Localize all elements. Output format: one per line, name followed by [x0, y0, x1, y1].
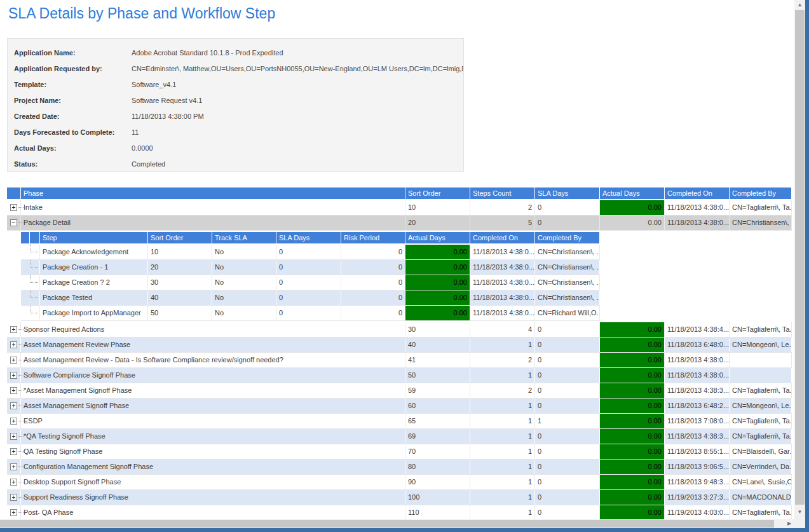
- sort-order-cell: 60: [405, 399, 470, 413]
- tree-expand-cell: +: [7, 383, 21, 398]
- completed-on-cell: 11/18/2013 4:38:4...: [665, 322, 730, 337]
- actual-days-cell: 0.00: [600, 429, 665, 444]
- expand-icon[interactable]: +: [10, 341, 17, 348]
- header-cell-completed-by: Completed By: [535, 232, 600, 243]
- step-cell: Package Creation ? 2: [40, 275, 148, 290]
- step-cell: Package Creation - 1: [40, 260, 148, 275]
- sla-days-cell: 0: [535, 215, 600, 230]
- steps-count-cell: 5: [470, 215, 535, 230]
- step-row: Package Import to AppManager50No000.0011…: [21, 306, 600, 321]
- info-value: CN=Edminster\, Matthew,OU=Users,OU=Ports…: [132, 61, 464, 77]
- actual-days-cell: 0.00: [600, 414, 665, 428]
- sort-order-cell: 10: [148, 245, 212, 259]
- step-grid-header: StepSort OrderTrack SLASLA DaysRisk Peri…: [21, 232, 600, 243]
- phase-cell: Package Detail: [21, 215, 405, 230]
- scroll-up-icon[interactable]: ▲: [794, 0, 805, 10]
- steps-count-cell: 2: [470, 383, 535, 398]
- sla-days-cell: 0: [535, 399, 600, 413]
- sla-days-cell: 0: [276, 260, 341, 275]
- completed-by-cell: [730, 368, 792, 383]
- expand-icon[interactable]: +: [10, 372, 17, 379]
- header-cell-completed-on: Completed On: [470, 232, 535, 243]
- scroll-down-icon[interactable]: ▼: [794, 507, 805, 517]
- scroll-right-icon[interactable]: ▶: [785, 519, 794, 528]
- expand-icon[interactable]: +: [10, 494, 17, 501]
- phase-cell: Sponsor Required Actions: [21, 322, 405, 337]
- risk-period-cell: 0: [341, 245, 405, 259]
- phase-row: +*QA Testing Signoff Phase69100.0011/18/…: [7, 429, 792, 444]
- horizontal-scroll-thumb[interactable]: [0, 520, 774, 528]
- actual-days-cell: 0.00: [405, 260, 470, 275]
- completed-on-cell: 11/18/2013 4:38:3...: [665, 429, 730, 444]
- phase-row: +Sponsor Required Actions30400.0011/18/2…: [7, 322, 792, 338]
- sla-days-cell: 0: [535, 200, 600, 215]
- expand-icon[interactable]: +: [10, 463, 17, 470]
- tree-expand-cell: +: [7, 444, 21, 459]
- completed-by-cell: CN=Tagliaferri\, Ta...: [730, 414, 792, 428]
- completed-on-cell: 11/18/2013 4:38:0...: [470, 306, 535, 320]
- tree-expand-cell: +: [7, 429, 21, 444]
- expand-icon[interactable]: +: [10, 204, 17, 211]
- steps-count-cell: 1: [470, 429, 535, 444]
- tree-connector-icon: [31, 245, 38, 252]
- tree-expand-cell: +: [7, 490, 21, 505]
- header-cell-sla-days: SLA Days: [276, 232, 341, 243]
- actual-days-cell: 0.00: [600, 200, 665, 215]
- completed-on-cell: 11/18/2013 9:48:3...: [665, 475, 730, 489]
- actual-days-cell: 0.00: [600, 215, 665, 230]
- steps-count-cell: 2: [470, 353, 535, 367]
- completed-by-cell: CN=Tagliaferri\, Ta...: [730, 505, 792, 520]
- header-cell-steps-count: Steps Count: [470, 188, 535, 199]
- scrollbar-corner: [794, 519, 805, 528]
- actual-days-cell: 0.00: [405, 290, 470, 305]
- sort-order-cell: 10: [405, 200, 470, 215]
- header-cell-track-sla: Track SLA: [212, 232, 276, 243]
- expand-icon[interactable]: +: [10, 418, 17, 425]
- vertical-scroll-thumb[interactable]: [795, 10, 805, 505]
- info-value: 11: [132, 125, 139, 140]
- info-row: Project Name:Software Request v4.1: [8, 93, 463, 109]
- completed-on-cell: 11/18/2013 7:08:0...: [665, 414, 730, 428]
- info-row: Actual Days:0.0000: [8, 140, 463, 156]
- header-cell-actual-days: Actual Days: [600, 188, 665, 199]
- grid-header: PhaseSort OrderSteps CountSLA DaysActual…: [7, 188, 792, 199]
- expand-icon[interactable]: +: [10, 387, 17, 394]
- tree-connector-cell: [21, 260, 40, 275]
- tree-connector-cell: [21, 306, 40, 320]
- info-row: Application Requested by:CN=Edminster\, …: [8, 61, 463, 77]
- completed-by-cell: CN=Verrinder\, Da...: [730, 460, 792, 474]
- steps-count-cell: 1: [470, 460, 535, 474]
- expand-icon[interactable]: +: [10, 479, 17, 486]
- steps-count-cell: 1: [470, 399, 535, 413]
- sla-days-cell: 0: [535, 490, 600, 505]
- completed-by-cell: CN=Mongeon\, Le...: [730, 399, 792, 413]
- completed-by-cell: [730, 353, 792, 367]
- track-sla-cell: No: [212, 260, 276, 275]
- steps-count-cell: 1: [470, 475, 535, 489]
- expand-icon[interactable]: +: [10, 357, 17, 364]
- tree-connector-icon: [31, 275, 38, 283]
- expand-icon[interactable]: +: [10, 448, 17, 455]
- expand-icon[interactable]: +: [10, 402, 17, 409]
- collapse-icon[interactable]: −: [10, 219, 17, 226]
- expand-icon[interactable]: +: [10, 509, 17, 516]
- phase-row: +ESDP65110.0011/18/2013 7:08:0...CN=Tagl…: [7, 414, 792, 429]
- vertical-scrollbar[interactable]: ▲ ▼: [794, 0, 805, 519]
- expand-icon[interactable]: +: [10, 326, 17, 333]
- actual-days-cell: 0.00: [600, 490, 665, 505]
- tree-expand-cell: +: [7, 338, 21, 352]
- sort-order-cell: 50: [148, 306, 212, 320]
- tree-expand-cell: +: [7, 200, 21, 215]
- header-cell-icon: [21, 232, 30, 243]
- completed-on-cell: 11/18/2013 9:06:5...: [665, 460, 730, 474]
- sort-order-cell: 110: [405, 505, 470, 520]
- track-sla-cell: No: [212, 290, 276, 305]
- phase-cell: Asset Management Signoff Phase: [21, 399, 405, 413]
- expand-icon[interactable]: +: [10, 433, 17, 440]
- info-row: Created Date:11/18/2013 4:38:00 PM: [8, 109, 463, 125]
- horizontal-scrollbar[interactable]: ▶: [0, 519, 794, 528]
- phase-cell: Desktop Support Signoff Phase: [21, 475, 405, 489]
- sla-days-cell: 0: [535, 460, 600, 474]
- actual-days-cell: 0.00: [600, 444, 665, 459]
- completed-on-cell: 11/18/2013 4:38:0...: [470, 260, 535, 275]
